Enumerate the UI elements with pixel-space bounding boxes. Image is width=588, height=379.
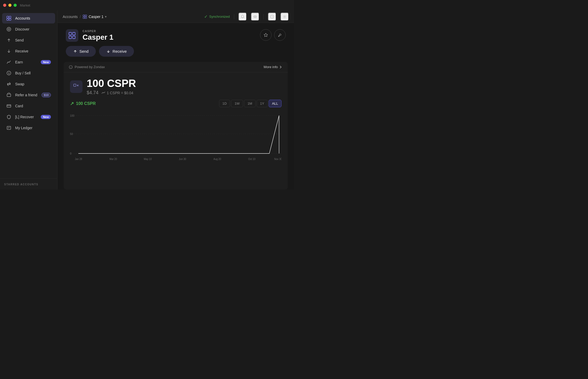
sidebar-item-recover[interactable]: [L] Recover New bbox=[2, 112, 55, 122]
maximize-button[interactable] bbox=[14, 4, 17, 7]
app-title: Market bbox=[20, 3, 30, 7]
sidebar-item-accounts[interactable]: Accounts bbox=[2, 13, 55, 23]
earn-icon bbox=[6, 60, 11, 65]
cspr-balance-icon bbox=[73, 83, 80, 90]
time-btn-all[interactable]: ALL bbox=[269, 100, 281, 107]
titlebar: Market bbox=[0, 0, 294, 10]
recover-icon bbox=[6, 114, 11, 120]
svg-text:May 10: May 10 bbox=[144, 158, 152, 161]
time-btn-1y[interactable]: 1Y bbox=[257, 100, 268, 107]
svg-rect-26 bbox=[73, 36, 75, 39]
sidebar-item-ledger[interactable]: My Ledger bbox=[2, 123, 55, 133]
chart-svg-container: 100 50 0 Jan 28 Mar 20 May 10 Jun 30 Aug… bbox=[70, 110, 281, 163]
svg-rect-0 bbox=[7, 16, 9, 18]
svg-rect-8 bbox=[7, 94, 11, 97]
svg-rect-24 bbox=[73, 32, 75, 35]
svg-text:i: i bbox=[70, 66, 71, 69]
chevron-right-icon bbox=[279, 65, 283, 69]
sidebar-footer: STARRED ACCOUNTS bbox=[0, 178, 57, 190]
balance-cspr: 100 CSPR bbox=[87, 78, 136, 89]
account-dropdown-icon[interactable]: ▾ bbox=[105, 15, 107, 19]
svg-rect-15 bbox=[85, 15, 87, 16]
topbar-actions: ✓ Synchronized bbox=[204, 13, 289, 21]
account-text: CASPER Casper 1 bbox=[83, 29, 113, 42]
svg-point-18 bbox=[254, 16, 257, 18]
svg-text:Oct 10: Oct 10 bbox=[248, 158, 255, 161]
help-button[interactable]: ? bbox=[268, 13, 276, 21]
divider-1 bbox=[234, 14, 234, 19]
more-info-link[interactable]: More info bbox=[264, 65, 283, 69]
breadcrumb-current: Casper 1 ▾ bbox=[83, 15, 107, 19]
sidebar-item-send[interactable]: Send bbox=[2, 35, 55, 45]
casper-icon bbox=[68, 32, 76, 39]
svg-text:Aug 20: Aug 20 bbox=[213, 158, 221, 161]
account-icon bbox=[66, 29, 78, 42]
receive-btn-label: Receive bbox=[113, 49, 127, 54]
balance-section: 100 CSPR $4.74 1 CSPR = $0.04 bbox=[70, 78, 281, 96]
svg-rect-25 bbox=[69, 36, 72, 39]
receive-label: Receive bbox=[15, 49, 51, 53]
balance-main: 100 CSPR $4.74 1 CSPR = $0.04 bbox=[87, 78, 136, 96]
svg-rect-3 bbox=[9, 19, 11, 20]
minimize-button[interactable] bbox=[8, 4, 11, 7]
send-btn-label: Send bbox=[79, 49, 89, 54]
settings-account-button[interactable] bbox=[274, 29, 286, 41]
topbar: Accounts / Casper 1 ▾ ✓ Synchronized bbox=[57, 10, 294, 23]
account-network: CASPER bbox=[83, 29, 113, 33]
time-btn-1d[interactable]: 1D bbox=[219, 100, 230, 107]
sidebar-item-refer[interactable]: Refer a friend $10 bbox=[2, 90, 55, 100]
refer-badge: $10 bbox=[42, 93, 51, 97]
receive-icon bbox=[6, 49, 11, 54]
svg-text:Mar 20: Mar 20 bbox=[109, 158, 117, 161]
divider-2 bbox=[263, 14, 264, 19]
svg-rect-23 bbox=[69, 32, 72, 35]
refer-label: Refer a friend bbox=[15, 93, 38, 97]
breadcrumb-accounts[interactable]: Accounts bbox=[63, 15, 78, 19]
time-filters: 1D 1W 1M 1Y ALL bbox=[219, 100, 281, 107]
starred-accounts-label: STARRED ACCOUNTS bbox=[4, 183, 38, 186]
svg-point-22 bbox=[284, 16, 285, 17]
eye-button[interactable] bbox=[251, 13, 259, 21]
account-name: Casper 1 bbox=[83, 33, 113, 42]
rate-label: 1 CSPR = $0.04 bbox=[107, 91, 133, 95]
star-button[interactable] bbox=[260, 29, 272, 41]
sidebar-item-receive[interactable]: Receive bbox=[2, 46, 55, 56]
sidebar-item-swap[interactable]: Swap bbox=[2, 79, 55, 89]
sidebar-item-discover[interactable]: Discover bbox=[2, 24, 55, 34]
sidebar-item-earn[interactable]: Earn New bbox=[2, 57, 55, 67]
sidebar-item-card[interactable]: Card bbox=[2, 101, 55, 111]
swap-label: Swap bbox=[15, 82, 51, 86]
sidebar-item-buy-sell[interactable]: $ Buy / Sell bbox=[2, 68, 55, 78]
svg-text:$: $ bbox=[8, 72, 9, 75]
ledger-label: My Ledger bbox=[15, 126, 51, 130]
time-btn-1w[interactable]: 1W bbox=[231, 100, 243, 107]
sidebar: Accounts Discover Send bbox=[0, 10, 57, 190]
price-chart: 100 50 0 Jan 28 Mar 20 May 10 Jun 30 Aug… bbox=[70, 110, 281, 163]
chart-arrow-icon: ↗ bbox=[70, 101, 74, 106]
svg-text:Jun 30: Jun 30 bbox=[179, 158, 186, 161]
settings-button[interactable] bbox=[280, 13, 289, 21]
time-btn-1m[interactable]: 1M bbox=[244, 100, 256, 107]
balance-icon bbox=[70, 80, 83, 93]
account-info: CASPER Casper 1 bbox=[66, 29, 113, 42]
svg-text:50: 50 bbox=[70, 132, 73, 135]
info-circle-icon: i bbox=[69, 65, 73, 69]
svg-text:?: ? bbox=[271, 16, 273, 18]
current-account-name: Casper 1 bbox=[89, 15, 103, 19]
receive-button[interactable]: Receive bbox=[99, 46, 134, 57]
send-button[interactable]: Send bbox=[66, 46, 96, 57]
svg-rect-14 bbox=[83, 15, 85, 16]
bell-button[interactable] bbox=[238, 13, 247, 21]
question-icon: ? bbox=[270, 15, 274, 19]
receive-btn-icon bbox=[106, 49, 110, 54]
breadcrumb-separator: / bbox=[80, 15, 81, 19]
action-buttons: Send Receive bbox=[57, 46, 294, 62]
svg-rect-17 bbox=[85, 17, 87, 19]
buy-sell-icon: $ bbox=[6, 70, 11, 76]
close-button[interactable] bbox=[3, 4, 6, 7]
svg-rect-16 bbox=[83, 17, 85, 19]
svg-rect-11 bbox=[7, 126, 11, 129]
sync-icon: ✓ bbox=[204, 14, 208, 19]
card-label: Card bbox=[15, 104, 51, 108]
svg-text:Jan 28: Jan 28 bbox=[75, 158, 82, 161]
